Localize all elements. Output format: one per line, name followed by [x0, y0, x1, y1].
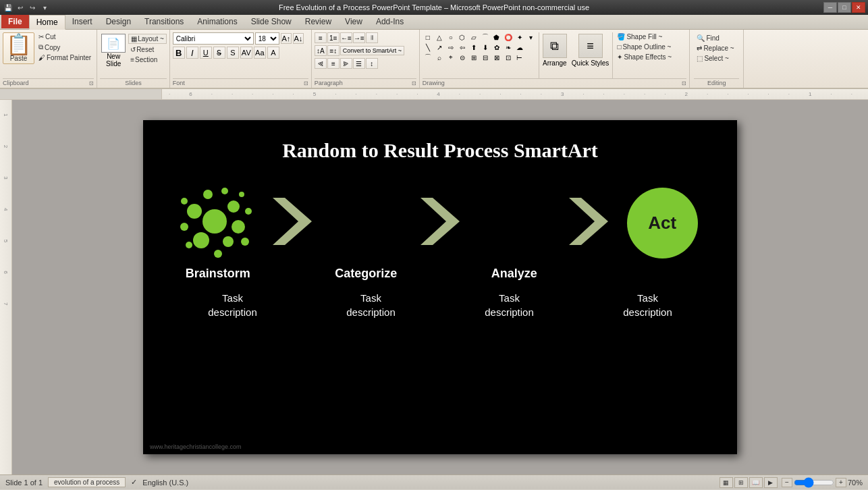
redo-qat-button[interactable]: ↪ [27, 2, 38, 13]
quick-styles-button[interactable]: ≡ Quick Styles [570, 32, 611, 78]
line-spacing-button[interactable]: ↕ [366, 58, 378, 69]
reset-button[interactable]: ↺ Reset [128, 45, 167, 54]
shape-btn-26[interactable]: ⊟ [480, 53, 491, 62]
tab-review[interactable]: Review [298, 15, 338, 29]
shape-btn-19[interactable]: ☁ [514, 43, 525, 52]
increase-font-button[interactable]: A↑ [281, 33, 292, 44]
tab-transitions[interactable]: Transitions [138, 15, 190, 29]
section-button[interactable]: ≡ Section [128, 55, 167, 64]
shape-btn-23[interactable]: ⌖ [445, 53, 456, 62]
paste-button[interactable]: 📋 Paste [3, 32, 34, 64]
align-left-button[interactable]: ⫷ [315, 58, 327, 69]
new-slide-button[interactable]: 📄 New Slide [100, 32, 127, 69]
font-expand-icon[interactable]: ⊡ [304, 80, 308, 86]
shape-btn-15[interactable]: ⬆ [468, 43, 479, 52]
select-button[interactable]: ⬚ Select ~ [694, 54, 739, 63]
decrease-font-button[interactable]: A↓ [293, 33, 304, 44]
text-dir-button[interactable]: ↕A [315, 45, 327, 56]
save-qat-button[interactable]: 💾 [3, 2, 13, 13]
shape-btn-28[interactable]: ⊡ [503, 53, 514, 62]
task-desc-3: Taskdescription [449, 291, 570, 319]
shape-btn-29[interactable]: ⊢ [514, 53, 525, 62]
shape-btn-7[interactable]: ⬟ [491, 32, 502, 42]
underline-button[interactable]: U [200, 47, 212, 59]
italic-button[interactable]: I [186, 47, 198, 59]
arrange-button[interactable]: ⧉ Arrange [541, 32, 568, 78]
align-text-button[interactable]: ≡↕ [327, 45, 340, 56]
shadow-button[interactable]: S [227, 47, 239, 59]
convert-smartart-button[interactable]: Convert to SmartArt ~ [340, 46, 404, 55]
clipboard-expand-icon[interactable]: ⊡ [89, 80, 94, 86]
font-name-select[interactable]: Calibri [173, 32, 254, 45]
layout-button[interactable]: ▦ Layout ~ [128, 34, 167, 44]
shape-btn-5[interactable]: ▱ [468, 32, 479, 42]
shape-btn-27[interactable]: ⊠ [491, 53, 502, 62]
shape-btn-9[interactable]: ✦ [514, 32, 525, 42]
drawing-expand-icon[interactable]: ⊡ [682, 80, 686, 86]
tab-view[interactable]: View [338, 15, 369, 29]
tab-add-ins[interactable]: Add-Ins [369, 15, 410, 29]
shape-btn-6[interactable]: ⌒ [480, 32, 491, 42]
change-case-button[interactable]: Aa [254, 47, 266, 59]
shape-btn-12[interactable]: ↗ [434, 43, 445, 52]
shape-btn-22[interactable]: ⌕ [434, 53, 445, 62]
zoom-in-button[interactable]: + [836, 478, 846, 487]
shape-btn-25[interactable]: ⊞ [468, 53, 479, 62]
shape-btn-11[interactable]: ╲ [423, 43, 433, 52]
slide-sorter-button[interactable]: ⊞ [734, 477, 748, 488]
shape-more-btn[interactable]: ▾ [526, 32, 537, 42]
close-button[interactable]: ✕ [852, 2, 865, 13]
shape-btn-14[interactable]: ⇦ [457, 43, 468, 52]
shape-btn-13[interactable]: ⇨ [445, 43, 456, 52]
shape-btn-16[interactable]: ⬇ [480, 43, 491, 52]
bold-button[interactable]: B [173, 47, 185, 59]
paragraph-expand-icon[interactable]: ⊡ [412, 80, 416, 86]
shape-effects-button[interactable]: ✦ Shape Effects ~ [615, 53, 686, 61]
shape-btn-21[interactable]: ⌒ [423, 53, 433, 62]
normal-view-button[interactable]: ▦ [720, 477, 733, 488]
increase-indent-button[interactable]: →≡ [353, 32, 365, 43]
reading-view-button[interactable]: 📖 [749, 477, 763, 488]
tab-home[interactable]: Home [29, 15, 65, 30]
zoom-out-button[interactable]: − [782, 478, 792, 487]
customize-qat-button[interactable]: ▾ [39, 2, 50, 13]
bullets-button[interactable]: ≡ [315, 32, 327, 43]
copy-button[interactable]: ⧉ Copy [36, 43, 94, 52]
find-button[interactable]: 🔍 Find [694, 34, 739, 43]
shape-btn-3[interactable]: ○ [445, 32, 456, 42]
slide-canvas[interactable]: Random to Result Process SmartArt [143, 120, 737, 454]
undo-qat-button[interactable]: ↩ [15, 2, 26, 13]
maximize-button[interactable]: □ [838, 2, 851, 13]
shape-btn-8[interactable]: ⭕ [503, 32, 514, 42]
tab-slide-show[interactable]: Slide Show [244, 15, 298, 29]
zoom-slider[interactable] [794, 480, 834, 485]
columns-button[interactable]: ⫴ [366, 32, 378, 43]
replace-button[interactable]: ⇄ Replace ~ [694, 44, 739, 53]
align-center-button[interactable]: ≡ [327, 58, 340, 69]
char-spacing-button[interactable]: AV [240, 47, 252, 59]
cut-button[interactable]: ✂ Cut [36, 32, 94, 41]
tab-design[interactable]: Design [99, 15, 138, 29]
shape-btn-17[interactable]: ✿ [491, 43, 502, 52]
shape-btn-4[interactable]: ⬡ [457, 32, 468, 42]
justify-button[interactable]: ☰ [353, 58, 365, 69]
tab-insert[interactable]: Insert [65, 15, 99, 29]
file-menu-button[interactable]: File [1, 15, 29, 28]
numbering-button[interactable]: 1≡ [327, 32, 340, 43]
align-right-button[interactable]: ⫸ [340, 58, 352, 69]
shape-btn-1[interactable]: □ [423, 32, 433, 42]
decrease-indent-button[interactable]: ←≡ [340, 32, 352, 43]
font-size-select[interactable]: 18 [255, 32, 279, 45]
font-color-button[interactable]: A [267, 47, 279, 59]
shape-fill-button[interactable]: 🪣 Shape Fill ~ [615, 32, 686, 41]
tab-animations[interactable]: Animations [190, 15, 244, 29]
slide-tab[interactable]: evolution of a process [48, 477, 126, 487]
slideshow-button[interactable]: ▶ [764, 477, 778, 488]
shape-outline-button[interactable]: □ Shape Outline ~ [615, 43, 686, 51]
strikethrough-button[interactable]: S̶ [213, 47, 225, 59]
format-painter-button[interactable]: 🖌 Format Painter [36, 53, 94, 62]
minimize-button[interactable]: ─ [823, 2, 837, 13]
shape-btn-18[interactable]: ❧ [503, 43, 514, 52]
shape-btn-24[interactable]: ⊝ [457, 53, 468, 62]
shape-btn-2[interactable]: △ [434, 32, 445, 42]
